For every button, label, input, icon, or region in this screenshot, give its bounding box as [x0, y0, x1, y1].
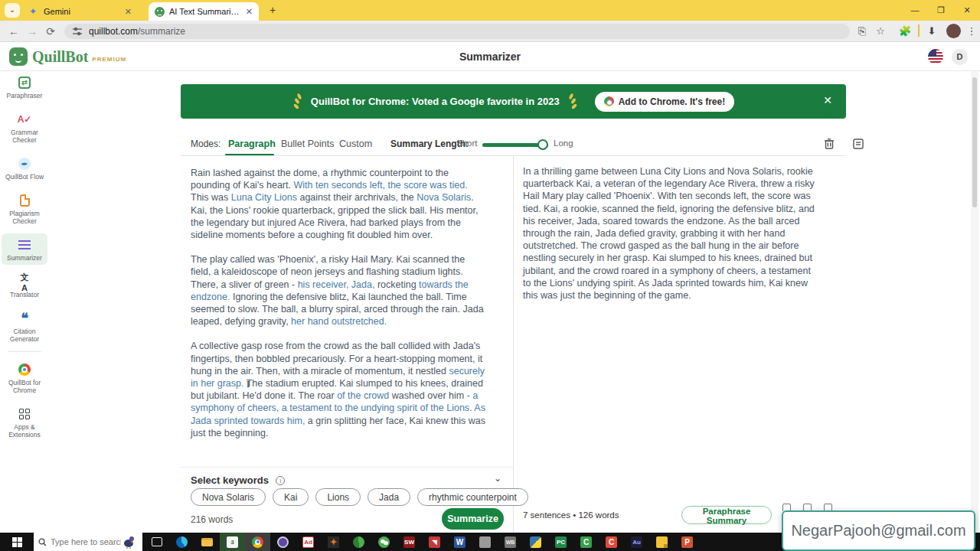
sidebar-item-citation-generator[interactable]: ❝ Citation Generator: [2, 307, 47, 346]
summary-length-slider[interactable]: [482, 143, 548, 147]
input-text-area[interactable]: Rain lashed against the dome, a rhythmic…: [191, 167, 488, 452]
mode-tab-bullet-points[interactable]: Bullet Points: [281, 139, 334, 149]
keyword-chip[interactable]: Nova Solaris: [191, 488, 266, 506]
keyword-chip[interactable]: Kai: [273, 488, 309, 506]
new-tab-button[interactable]: +: [266, 5, 279, 17]
browser-toolbar: ← → ⟳ quillbot.com/summarize ⎘ ☆ 🧩 ⬇ ⋮: [0, 21, 980, 42]
keyword-chip[interactable]: Jada: [368, 488, 410, 506]
modes-label: Modes:: [191, 139, 220, 149]
browser-tabstrip: ⌄ ✦ Gemini ✕ AI Text Summarizer - QuillB…: [0, 0, 980, 21]
account-avatar[interactable]: D: [952, 49, 968, 65]
camtasia-icon[interactable]: C: [573, 533, 599, 551]
site-settings-icon[interactable]: [72, 26, 83, 37]
info-icon[interactable]: i: [276, 476, 285, 485]
powerpoint-icon[interactable]: P: [675, 533, 700, 551]
slider-thumb[interactable]: [537, 139, 548, 150]
back-icon[interactable]: ←: [6, 24, 21, 39]
tab-close-icon[interactable]: ✕: [125, 7, 132, 17]
add-to-chrome-button[interactable]: Add to Chrome. It's free!: [595, 92, 735, 112]
sidebar-divider: [8, 351, 41, 352]
sidebar-item-summarizer[interactable]: Summarizer: [2, 233, 47, 265]
mode-tab-paragraph[interactable]: Paragraph: [228, 139, 276, 149]
edge-icon[interactable]: [169, 533, 194, 551]
solidworks-icon[interactable]: SW: [397, 533, 422, 551]
search-highlight-bird-icon: [121, 534, 136, 549]
red-app-icon[interactable]: ◥: [422, 533, 447, 551]
notes-icon[interactable]: [649, 533, 675, 551]
clipchamp-icon[interactable]: C: [599, 533, 624, 551]
laurel-left-icon: [292, 93, 303, 110]
banner-message: QuillBot for Chrome: Voted a Google favo…: [311, 96, 560, 107]
idm-icon[interactable]: [346, 533, 371, 551]
minimize-button[interactable]: —: [902, 0, 928, 21]
quillbot-header: QuillBot PREMIUM Summarizer D: [0, 42, 980, 71]
citation-generator-icon: ❝: [18, 312, 31, 324]
delete-text-icon[interactable]: [822, 137, 836, 151]
summary-history-icon[interactable]: [851, 137, 865, 151]
sidebar-item-quillbot-flow[interactable]: ✒ QuillBot Flow: [2, 152, 47, 184]
input-paragraph: Rain lashed against the dome, a rhythmic…: [191, 167, 488, 241]
downloads-icon[interactable]: ⬇: [925, 24, 939, 38]
keywords-collapse-chevron-icon[interactable]: ⌄: [494, 473, 501, 484]
page-scrollbar[interactable]: [971, 71, 978, 533]
paraphraser-icon: ⇄: [18, 77, 31, 89]
forward-icon[interactable]: →: [24, 24, 40, 39]
task-view-icon[interactable]: [144, 533, 169, 551]
search-input[interactable]: [51, 537, 121, 546]
banner-close-icon[interactable]: ✕: [823, 94, 832, 106]
address-bar[interactable]: quillbot.com/summarize: [64, 24, 850, 39]
grey-app-icon[interactable]: [472, 533, 498, 551]
gemini-favicon-icon: ✦: [29, 7, 39, 17]
browser-profile-avatar[interactable]: [946, 24, 961, 38]
python-icon[interactable]: [523, 533, 548, 551]
word-icon[interactable]: W: [447, 533, 472, 551]
tab-search-chevron-icon[interactable]: ⌄: [5, 3, 20, 18]
restore-button[interactable]: ❐: [928, 0, 954, 21]
close-button[interactable]: ✕: [954, 0, 980, 21]
sidebar-item-quillbot-for-chrome[interactable]: QuillBot for Chrome: [2, 358, 47, 397]
file-explorer-icon[interactable]: [194, 533, 220, 551]
scrollbar-thumb[interactable]: [972, 77, 977, 207]
matlab-icon[interactable]: ✦: [321, 533, 346, 551]
keyword-chip[interactable]: rhythmic counterpoint: [417, 488, 528, 506]
taskbar-search[interactable]: [34, 533, 142, 551]
clipboard-extension-icon[interactable]: ⎘: [855, 24, 869, 38]
sidebar-item-translator[interactable]: 文A Translator: [2, 270, 47, 302]
keywords-label: Select keywords: [191, 474, 269, 486]
audition-icon[interactable]: Au: [624, 533, 649, 551]
sidebar-item-apps-extensions[interactable]: Apps & Extensions: [2, 403, 47, 442]
url-text: quillbot.com/summarize: [89, 26, 185, 37]
keywords-header: Select keywords i ⌄: [191, 473, 505, 485]
email-suggestion-popup[interactable]: NegarPajooh@gmail.com: [782, 510, 975, 551]
adobe-ad-icon[interactable]: Ad: [296, 533, 321, 551]
email-text: NegarPajooh@gmail.com: [791, 522, 965, 540]
chrome-icon[interactable]: [245, 533, 270, 551]
quillbot-flow-icon: ✒: [18, 158, 31, 170]
bookmark-star-icon[interactable]: ☆: [874, 24, 887, 38]
sidebar-item-plagiarism-checker[interactable]: Plagiarism Checker: [2, 189, 47, 228]
purple-app-icon[interactable]: [270, 533, 296, 551]
language-flag-icon[interactable]: [928, 49, 943, 64]
start-button[interactable]: [0, 533, 34, 551]
summarize-button[interactable]: Summarize: [442, 508, 504, 530]
reload-icon[interactable]: ⟳: [43, 24, 58, 39]
mode-tab-custom[interactable]: Custom: [339, 139, 372, 149]
paraphrase-summary-button[interactable]: Paraphrase Summary: [681, 506, 772, 524]
keywords-separator: [181, 467, 513, 468]
sidebar-item-paraphraser[interactable]: ⇄ Paraphraser: [2, 71, 47, 103]
tab-quillbot-summarizer[interactable]: AI Text Summarizer - QuillBot ✕: [149, 2, 259, 21]
video-editor-icon[interactable]: 3: [220, 533, 245, 551]
tab-gemini[interactable]: ✦ Gemini ✕: [23, 2, 138, 21]
modes-bar: Modes: Paragraph Bullet Points Custom Su…: [181, 134, 870, 155]
pycharm-icon[interactable]: PC: [548, 533, 573, 551]
summary-length-long-label: Long: [554, 139, 573, 148]
keyword-chip[interactable]: Lions: [315, 488, 361, 506]
apps-grid-icon: [19, 409, 30, 419]
menu-kebab-icon[interactable]: ⋮: [965, 24, 978, 38]
wechat-icon[interactable]: [371, 533, 397, 551]
input-word-count: 216 words: [191, 514, 233, 525]
extensions-puzzle-icon[interactable]: 🧩: [898, 24, 912, 38]
sidebar-item-grammar-checker[interactable]: A✓ Grammar Checker: [2, 108, 47, 147]
tab-close-icon[interactable]: ✕: [246, 7, 253, 17]
wb-app-icon[interactable]: WB: [498, 533, 523, 551]
